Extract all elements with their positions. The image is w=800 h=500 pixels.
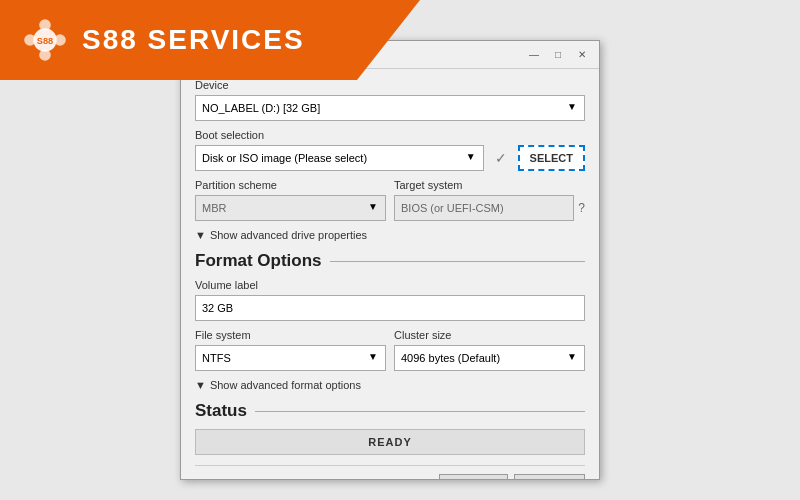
window-content: Device NO_LABEL (D:) [32 GB] ▼ Boot sele… xyxy=(181,69,599,479)
status-box: READY xyxy=(195,429,585,455)
start-button[interactable]: START xyxy=(439,474,508,479)
close-button[interactable]: CLOSE xyxy=(514,474,585,479)
advanced-drive-toggle-label: Show advanced drive properties xyxy=(210,229,367,241)
partition-scheme-dropdown[interactable]: MBR xyxy=(195,195,386,221)
boot-selection-row: Disk or ISO image (Please select) ▼ ✓ SE… xyxy=(195,145,585,171)
format-options-header: Format Options xyxy=(195,251,585,271)
settings-icon[interactable]: ⚙ xyxy=(255,476,277,479)
format-options-line xyxy=(330,261,585,262)
file-system-dropdown[interactable]: NTFS xyxy=(195,345,386,371)
check-icon: ✓ xyxy=(490,147,512,169)
status-value: READY xyxy=(368,436,412,448)
brand-name: S88 SERVICES xyxy=(82,24,305,56)
target-system-help-icon[interactable]: ? xyxy=(578,201,585,215)
target-system-dropdown[interactable]: BIOS (or UEFI-CSM) xyxy=(394,195,574,221)
boot-select-wrapper: Disk or ISO image (Please select) ▼ xyxy=(195,145,484,171)
partition-scheme-col: Partition scheme MBR ▼ xyxy=(195,179,386,221)
device-dropdown[interactable]: NO_LABEL (D:) [32 GB] xyxy=(195,95,585,121)
footer-buttons: START CLOSE xyxy=(439,474,585,479)
footer-icons: 🌐 ℹ ⚙ 📋 xyxy=(195,476,307,479)
file-system-label: File system xyxy=(195,329,386,341)
maximize-button[interactable]: □ xyxy=(549,48,567,62)
file-system-col: File system NTFS ▼ xyxy=(195,329,386,371)
footer-bar: 🌐 ℹ ⚙ 📋 START CLOSE xyxy=(195,465,585,479)
brand-logo-icon: S88 xyxy=(20,15,70,65)
target-system-col: Target system BIOS (or UEFI-CSM) ? xyxy=(394,179,585,221)
svg-point-4 xyxy=(54,34,66,46)
svg-text:S88: S88 xyxy=(37,36,53,46)
globe-icon[interactable]: 🌐 xyxy=(195,476,217,479)
cluster-size-col: Cluster size 4096 bytes (Default) ▼ xyxy=(394,329,585,371)
boot-selection-label: Boot selection xyxy=(195,129,585,141)
device-label: Device xyxy=(195,79,585,91)
status-title: Status xyxy=(195,401,247,421)
svg-point-2 xyxy=(39,49,51,61)
brand-banner: S88 S88 SERVICES xyxy=(0,0,420,80)
advanced-drive-toggle[interactable]: ▼ Show advanced drive properties xyxy=(195,229,585,241)
filesystem-cluster-row: File system NTFS ▼ Cluster size 4096 byt… xyxy=(195,329,585,371)
info-icon[interactable]: ℹ xyxy=(225,476,247,479)
boot-selection-dropdown[interactable]: Disk or ISO image (Please select) xyxy=(195,145,484,171)
svg-point-3 xyxy=(24,34,36,46)
partition-scheme-label: Partition scheme xyxy=(195,179,386,191)
select-button[interactable]: SELECT xyxy=(518,145,585,171)
log-icon[interactable]: 📋 xyxy=(285,476,307,479)
advanced-format-toggle-label: Show advanced format options xyxy=(210,379,361,391)
partition-dropdown-arrow: ▼ xyxy=(368,201,378,212)
advanced-format-toggle[interactable]: ▼ Show advanced format options xyxy=(195,379,585,391)
status-header: Status xyxy=(195,401,585,421)
volume-label-label: Volume label xyxy=(195,279,585,291)
partition-target-row: Partition scheme MBR ▼ Target system BIO… xyxy=(195,179,585,221)
volume-label-input[interactable] xyxy=(195,295,585,321)
advanced-drive-chevron-icon: ▼ xyxy=(195,229,206,241)
cluster-size-dropdown[interactable]: 4096 bytes (Default) xyxy=(394,345,585,371)
target-system-label: Target system xyxy=(394,179,585,191)
status-line xyxy=(255,411,585,412)
minimize-button[interactable]: — xyxy=(525,48,543,62)
format-options-title: Format Options xyxy=(195,251,322,271)
svg-point-1 xyxy=(39,19,51,31)
advanced-format-chevron-icon: ▼ xyxy=(195,379,206,391)
window-controls: — □ ✕ xyxy=(525,48,591,62)
close-window-button[interactable]: ✕ xyxy=(573,48,591,62)
main-window: Drive Properties — □ ✕ Device NO_LABEL (… xyxy=(180,40,600,480)
cluster-size-label: Cluster size xyxy=(394,329,585,341)
